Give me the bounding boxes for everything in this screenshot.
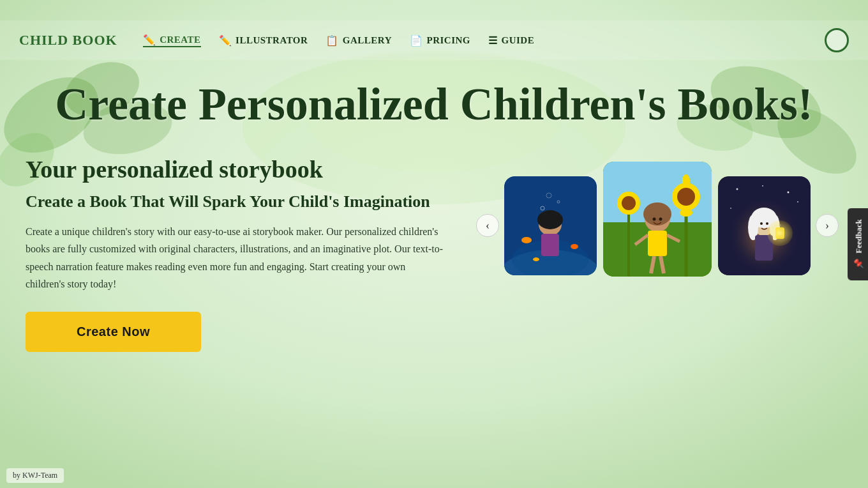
nav-item-illustrator[interactable]: ✏️ ILLUSTRATOR xyxy=(219,34,308,47)
thumbtack-icon: 📌 xyxy=(853,259,864,269)
svg-point-42 xyxy=(653,218,656,221)
navbar: CHILD BOOK ✏️ CREATE ✏️ ILLUSTRATOR 📋 GA… xyxy=(0,20,868,60)
carousel-image-3 xyxy=(718,176,811,275)
svg-point-60 xyxy=(766,222,768,225)
sunflower-image xyxy=(603,162,712,277)
nav-items: ✏️ CREATE ✏️ ILLUSTRATOR 📋 GALLERY 📄 PRI… xyxy=(143,34,805,47)
feedback-button[interactable]: 📌 Feedback xyxy=(847,208,868,280)
nav-logo[interactable]: CHILD BOOK xyxy=(19,32,117,49)
lower-section: Your personalized storybook Create a Boo… xyxy=(0,142,868,377)
svg-point-36 xyxy=(643,202,671,225)
spark-heading: Create a Book That Will Spark Your Child… xyxy=(26,192,447,211)
carousel-image-1 xyxy=(504,176,597,275)
svg-rect-14 xyxy=(541,234,559,256)
svg-point-46 xyxy=(737,188,738,190)
svg-point-59 xyxy=(760,222,763,225)
svg-point-18 xyxy=(533,257,539,261)
svg-point-50 xyxy=(797,201,798,202)
hero-title-section: Create Personalized Children's Books! xyxy=(0,60,868,142)
nav-item-create[interactable]: ✏️ CREATE xyxy=(143,34,201,47)
svg-rect-37 xyxy=(648,231,667,256)
user-avatar[interactable] xyxy=(825,28,849,52)
svg-point-58 xyxy=(767,220,793,246)
svg-point-15 xyxy=(537,210,563,229)
svg-point-43 xyxy=(659,218,662,221)
svg-point-47 xyxy=(762,185,763,187)
svg-point-17 xyxy=(571,244,578,249)
pencil-icon: ✏️ xyxy=(143,34,156,46)
ocean-image xyxy=(504,176,597,275)
svg-point-30 xyxy=(682,174,690,187)
storybook-heading: Your personalized storybook xyxy=(26,155,447,183)
hero-title: Create Personalized Children's Books! xyxy=(13,79,855,130)
nav-item-gallery[interactable]: 📋 GALLERY xyxy=(326,34,392,47)
create-now-button[interactable]: Create Now xyxy=(26,312,201,352)
carousel: ‹ xyxy=(472,155,842,296)
carousel-image-2 xyxy=(603,162,712,277)
nav-item-guide[interactable]: ☰ GUIDE xyxy=(488,34,534,47)
svg-point-27 xyxy=(677,188,695,206)
edit-icon: ✏️ xyxy=(219,34,232,47)
left-content: Your personalized storybook Create a Boo… xyxy=(26,155,447,352)
nav-item-pricing[interactable]: 📄 PRICING xyxy=(410,34,470,47)
carousel-next-button[interactable]: › xyxy=(816,214,839,237)
description-text: Create a unique children's story with ou… xyxy=(26,223,447,293)
gallery-icon: 📋 xyxy=(326,34,339,47)
svg-point-49 xyxy=(730,208,731,209)
svg-point-34 xyxy=(622,196,636,210)
lantern-image xyxy=(718,176,811,275)
list-icon: ☰ xyxy=(488,34,498,47)
main-content: Create Personalized Children's Books! Yo… xyxy=(0,60,868,475)
carousel-images xyxy=(499,174,816,277)
carousel-prev-button[interactable]: ‹ xyxy=(476,214,499,237)
svg-point-16 xyxy=(521,237,532,243)
svg-point-48 xyxy=(788,191,789,193)
pricing-icon: 📄 xyxy=(410,34,423,47)
svg-point-31 xyxy=(680,209,692,217)
